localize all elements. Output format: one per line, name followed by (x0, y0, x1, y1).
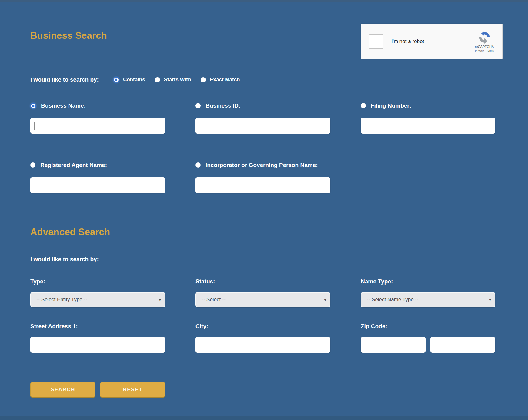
section-divider (30, 242, 495, 242)
status-label: Status: (195, 277, 330, 286)
chevron-down-icon: ▾ (324, 298, 326, 302)
radio-registered-agent[interactable]: Registered Agent Name: (30, 161, 165, 169)
secondary-fields-row: Registered Agent Name: Incorporator or G… (30, 161, 495, 193)
recaptcha-widget: I'm not a robot reCAPTCHA Privacy - Term… (361, 24, 503, 59)
privacy-terms-links[interactable]: Privacy - Terms (475, 49, 494, 52)
form-actions: SEARCH RESET (30, 382, 165, 398)
radio-selected-icon (30, 103, 36, 109)
radio-selected-icon (113, 77, 119, 83)
radio-exact-match[interactable]: Exact Match (201, 77, 240, 83)
name-type-select[interactable]: -- Select Name Type -- ▾ (361, 292, 495, 307)
radio-contains-label: Contains (123, 77, 145, 83)
top-edge-strip (0, 0, 528, 2)
registered-agent-input[interactable] (30, 177, 165, 193)
text-cursor (34, 122, 35, 130)
zip-code-input[interactable] (361, 337, 426, 353)
search-button[interactable]: SEARCH (30, 382, 95, 398)
city-input[interactable] (195, 337, 330, 353)
zip-code-field: Zip Code: (361, 322, 495, 353)
business-id-field: Business ID: (195, 102, 330, 134)
business-id-label: Business ID: (206, 102, 240, 110)
radio-unselected-icon (195, 162, 201, 168)
chevron-down-icon: ▾ (489, 298, 491, 302)
filing-number-field: Filing Number: (361, 102, 495, 134)
entity-type-field: Type: -- Select Entity Type -- ▾ (30, 277, 165, 307)
radio-incorporator[interactable]: Incorporator or Governing Person Name: (195, 161, 330, 169)
street-address-field: Street Address 1: (30, 322, 165, 353)
empty-cell (361, 161, 495, 193)
city-label: City: (195, 322, 330, 331)
name-type-label: Name Type: (361, 277, 495, 286)
advanced-search-title: Advanced Search (30, 227, 110, 238)
bottom-edge-strip (0, 416, 528, 420)
recaptcha-brand: reCAPTCHA (475, 45, 494, 48)
status-select-value: -- Select -- (202, 297, 226, 303)
radio-unselected-icon (201, 77, 206, 82)
incorporator-field: Incorporator or Governing Person Name: (195, 161, 330, 193)
business-name-label: Business Name: (41, 102, 86, 110)
section-divider (30, 63, 495, 63)
search-by-label: I would like to search by: (30, 76, 99, 83)
incorporator-label: Incorporator or Governing Person Name: (206, 161, 318, 169)
reset-button[interactable]: RESET (100, 382, 165, 398)
name-type-select-value: -- Select Name Type -- (367, 297, 419, 303)
entity-type-label: Type: (30, 277, 165, 286)
city-field: City: (195, 322, 330, 353)
recaptcha-checkbox[interactable] (369, 34, 383, 49)
advanced-address-row: Street Address 1: City: Zip Code: (30, 322, 495, 353)
business-name-input[interactable] (30, 118, 165, 134)
advanced-selects-row: Type: -- Select Entity Type -- ▾ Status:… (30, 277, 495, 307)
recaptcha-logo-icon (478, 31, 491, 44)
business-id-input[interactable] (195, 118, 330, 134)
advanced-search-by-label: I would like to search by: (30, 256, 99, 263)
business-name-field: Business Name: (30, 102, 165, 134)
chevron-down-icon: ▾ (159, 298, 161, 302)
incorporator-input[interactable] (195, 177, 330, 193)
entity-type-select[interactable]: -- Select Entity Type -- ▾ (30, 292, 165, 307)
name-type-field: Name Type: -- Select Name Type -- ▾ (361, 277, 495, 307)
radio-starts-with-label: Starts With (164, 77, 191, 83)
radio-unselected-icon (195, 103, 201, 108)
street-address-label: Street Address 1: (30, 322, 165, 331)
zip-code-label: Zip Code: (361, 322, 495, 331)
recaptcha-label: I'm not a robot (391, 38, 424, 45)
status-select[interactable]: -- Select -- ▾ (195, 292, 330, 307)
business-search-title: Business Search (30, 30, 107, 41)
radio-contains[interactable]: Contains (113, 77, 145, 83)
filing-number-input[interactable] (361, 118, 495, 134)
radio-starts-with[interactable]: Starts With (155, 77, 191, 83)
filing-number-label: Filing Number: (371, 102, 411, 110)
radio-filing-number[interactable]: Filing Number: (361, 102, 495, 110)
radio-unselected-icon (155, 77, 160, 82)
radio-unselected-icon (30, 162, 35, 168)
match-type-row: I would like to search by: Contains Star… (30, 76, 249, 83)
recaptcha-branding: reCAPTCHA Privacy - Terms (471, 31, 497, 52)
zip-code-plus4-input[interactable] (430, 337, 495, 353)
radio-unselected-icon (361, 103, 366, 108)
primary-fields-row: Business Name: Business ID: Filing Numbe… (30, 102, 495, 134)
street-address-input[interactable] (30, 337, 165, 353)
registered-agent-label: Registered Agent Name: (40, 161, 107, 169)
entity-type-select-value: -- Select Entity Type -- (36, 297, 87, 303)
radio-business-id[interactable]: Business ID: (195, 102, 330, 110)
status-field: Status: -- Select -- ▾ (195, 277, 330, 307)
radio-exact-match-label: Exact Match (210, 77, 240, 83)
registered-agent-field: Registered Agent Name: (30, 161, 165, 193)
radio-business-name[interactable]: Business Name: (30, 102, 165, 110)
